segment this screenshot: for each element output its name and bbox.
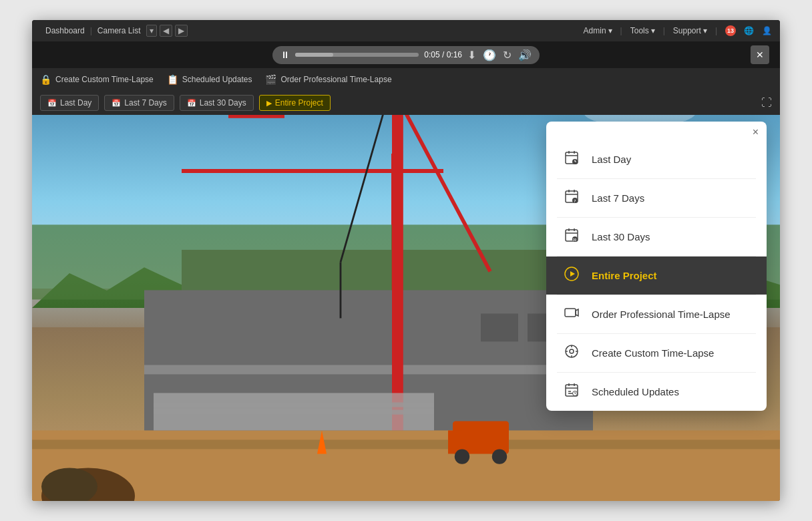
filter-last-30-days[interactable]: 📅 Last 30 Days [180, 95, 254, 111]
download-icon[interactable]: ⬇ [467, 49, 476, 61]
svg-text:7: 7 [574, 199, 576, 203]
nav-next-btn[interactable]: ▶ [175, 25, 188, 37]
nav-globe[interactable]: 🌐 [744, 26, 754, 35]
svg-rect-16 [32, 440, 780, 449]
entire-project-label: Entire Project [592, 270, 657, 281]
scheduled-updates-label: Scheduled Updates [592, 386, 679, 397]
dropdown-close-button[interactable]: × [753, 127, 759, 138]
last-day-icon [562, 150, 581, 169]
schedule-icon: 📋 [167, 74, 178, 85]
nav-support[interactable]: Support ▾ [673, 26, 707, 35]
svg-point-51 [570, 349, 574, 353]
nav-user[interactable]: 👤 [762, 26, 772, 35]
dropdown-item-entire-project[interactable]: Entire Project [546, 256, 767, 295]
play-icon: ▶ [266, 99, 272, 108]
nav-sep-2: | [620, 26, 622, 35]
time-display: 0:05 / 0:16 [424, 50, 462, 59]
video-close-button[interactable]: ✕ [751, 45, 769, 64]
svg-text:30: 30 [573, 238, 577, 242]
volume-icon[interactable]: 🔊 [518, 49, 532, 61]
create-custom-label: Create Custom Time-Lapse [592, 347, 714, 359]
nav-sep-4: | [715, 26, 717, 35]
svg-rect-48 [565, 309, 576, 317]
notification-badge: 13 [725, 25, 736, 36]
video-controls-bar: ⏸ 0:05 / 0:16 ⬇ 🕐 ↻ 🔊 ✕ [32, 41, 780, 68]
scheduled-updates-btn[interactable]: 📋 Scheduled Updates [167, 74, 252, 85]
filter-last-7-days[interactable]: 📅 Last 7 Days [104, 95, 174, 111]
last-7-days-label: Last 7 Days [592, 192, 644, 204]
calendar-icon-1: 📅 [47, 99, 57, 108]
dropdown-item-order-professional[interactable]: Order Professional Time-Lapse [546, 295, 767, 333]
filter-entire-project[interactable]: ▶ Entire Project [259, 95, 331, 111]
create-custom-timelapse[interactable]: 🔒 Create Custom Time-Lapse [40, 74, 154, 85]
nav-sep-3: | [663, 26, 665, 35]
progress-bar[interactable] [295, 53, 419, 57]
nav-dashboard[interactable]: Dashboard [40, 26, 90, 35]
nav-prev-btn[interactable]: ◀ [160, 25, 172, 37]
calendar-icon-2: 📅 [112, 99, 121, 108]
nav-admin[interactable]: Admin ▾ [584, 26, 612, 35]
top-nav: Dashboard | Camera List ▾ ◀ ▶ Admin ▾ | … [32, 20, 780, 41]
create-icon: 🔒 [40, 74, 51, 85]
clock-icon[interactable]: 🕐 [483, 49, 496, 61]
order-professional-btn[interactable]: 🎬 Order Professional Time-Lapse [265, 74, 391, 85]
calendar-icon-3: 📅 [187, 99, 196, 108]
order-professional-icon [562, 305, 581, 324]
svg-rect-5 [144, 365, 593, 374]
last-30-days-label: Last 30 Days [592, 231, 650, 242]
dropdown-item-last-30-days[interactable]: 30 Last 30 Days [546, 218, 767, 256]
main-content: × Last Day [32, 115, 780, 501]
svg-marker-47 [570, 271, 575, 277]
secondary-toolbar: 🔒 Create Custom Time-Lapse 📋 Scheduled U… [32, 68, 780, 91]
dropdown-header: × [546, 122, 767, 140]
nav-arrows: ◀ ▶ [160, 25, 188, 37]
svg-rect-18 [154, 402, 434, 407]
last-30-days-icon: 30 [562, 227, 581, 246]
entire-project-icon [562, 266, 581, 285]
svg-point-22 [455, 449, 469, 464]
video-icons: ⬇ 🕐 ↻ 🔊 [467, 49, 532, 61]
dropdown-panel: × Last Day [546, 122, 767, 411]
video-player: ⏸ 0:05 / 0:16 ⬇ 🕐 ↻ 🔊 [272, 46, 540, 64]
dropdown-item-scheduled-updates[interactable]: Scheduled Updates [546, 373, 767, 411]
create-custom-icon [562, 343, 581, 363]
progress-fill [295, 53, 333, 57]
svg-point-23 [492, 449, 507, 464]
dropdown-item-last-day[interactable]: Last Day [546, 140, 767, 178]
refresh-icon[interactable]: ↻ [503, 49, 512, 61]
scheduled-updates-icon [562, 382, 581, 401]
last-day-label: Last Day [592, 154, 631, 165]
filter-bar: 📅 Last Day 📅 Last 7 Days 📅 Last 30 Days … [32, 91, 780, 115]
svg-marker-49 [576, 309, 578, 316]
dropdown-item-create-custom[interactable]: Create Custom Time-Lapse [546, 334, 767, 372]
nav-notifications[interactable]: 13 [725, 25, 736, 36]
nav-right: Admin ▾ | Tools ▾ | Support ▾ | 13 🌐 👤 [584, 25, 772, 36]
dropdown-item-last-7-days[interactable]: 7 Last 7 Days [546, 179, 767, 217]
svg-rect-9 [392, 115, 403, 430]
order-professional-label: Order Professional Time-Lapse [592, 309, 731, 320]
play-pause-button[interactable]: ⏸ [280, 49, 290, 60]
svg-rect-14 [228, 115, 284, 118]
app-container: Dashboard | Camera List ▾ ◀ ▶ Admin ▾ | … [32, 20, 780, 501]
nav-camera-list[interactable]: Camera List [92, 26, 146, 35]
film-icon: 🎬 [265, 74, 276, 85]
last-7-days-icon: 7 [562, 188, 581, 208]
filter-last-day[interactable]: 📅 Last Day [40, 95, 99, 111]
svg-rect-6 [481, 313, 518, 341]
nav-tools[interactable]: Tools ▾ [630, 26, 655, 35]
svg-rect-19 [154, 410, 434, 415]
fullscreen-button[interactable]: ⛶ [761, 97, 772, 109]
nav-arrow-icon: ▾ [146, 25, 157, 37]
